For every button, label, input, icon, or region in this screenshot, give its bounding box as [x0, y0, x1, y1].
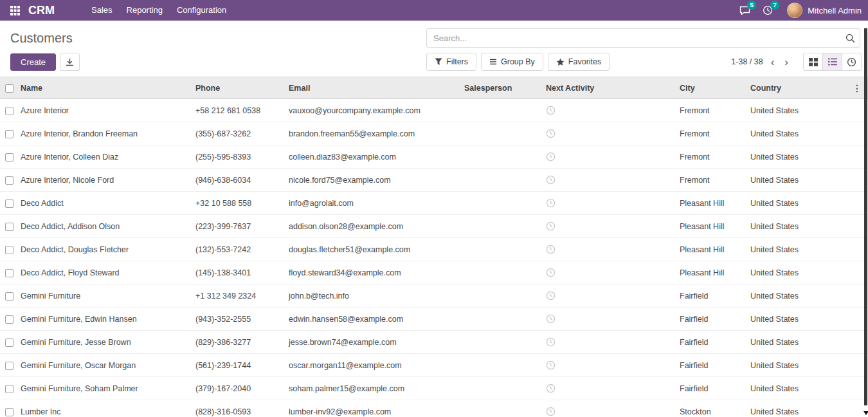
row-checkbox[interactable] [5, 269, 14, 277]
table-row[interactable]: Deco Addict +32 10 588 558 info@agrolait… [0, 192, 868, 215]
cell-email: addison.olson28@example.com [286, 215, 462, 238]
table-row[interactable]: Azure Interior +58 212 681 0538 vauxoo@y… [0, 99, 868, 122]
search-icon[interactable] [840, 29, 860, 47]
select-all-checkbox[interactable] [5, 84, 14, 93]
table-row[interactable]: Gemini Furniture, Edwin Hansen (943)-352… [0, 308, 868, 331]
search-input[interactable] [427, 33, 840, 43]
cell-country: United States [748, 122, 817, 145]
menu-sales[interactable]: Sales [84, 0, 120, 21]
customers-table: Name Phone Email Salesperson Next Activi… [0, 77, 868, 417]
row-checkbox[interactable] [5, 107, 14, 115]
table-row[interactable]: Azure Interior, Colleen Diaz (255)-595-8… [0, 145, 868, 169]
cell-trailing-blank [817, 331, 868, 354]
row-checkbox[interactable] [5, 153, 14, 162]
row-checkbox[interactable] [5, 362, 14, 370]
filters-button[interactable]: Filters [426, 53, 476, 71]
scrollbar-down-arrow[interactable] [863, 411, 868, 415]
table-row[interactable]: Gemini Furniture, Jesse Brown (829)-386-… [0, 331, 868, 354]
cell-name: Azure Interior, Colleen Diaz [18, 145, 193, 169]
cell-next-activity [543, 122, 677, 145]
next-activity-clock-icon[interactable] [546, 314, 556, 323]
next-activity-clock-icon[interactable] [546, 291, 556, 300]
cell-city: Fremont [677, 169, 748, 192]
row-checkbox[interactable] [5, 130, 14, 138]
app-name[interactable]: CRM [28, 4, 55, 17]
next-activity-clock-icon[interactable] [546, 337, 556, 346]
next-activity-clock-icon[interactable] [546, 268, 556, 277]
cell-country: United States [748, 192, 817, 215]
row-checkbox[interactable] [5, 338, 14, 347]
next-activity-clock-icon[interactable] [546, 384, 556, 393]
cell-city: Fairfield [677, 308, 748, 331]
table-row[interactable]: Deco Addict, Douglas Fletcher (132)-553-… [0, 238, 868, 261]
scrollbar-thumb[interactable] [864, 28, 867, 405]
table-row[interactable]: Gemini Furniture, Soham Palmer (379)-167… [0, 377, 868, 400]
cell-next-activity [543, 284, 677, 308]
next-activity-clock-icon[interactable] [546, 106, 556, 115]
cell-email: vauxoo@yourcompany.example.com [286, 99, 462, 122]
table-row[interactable]: Deco Addict, Addison Olson (223)-399-763… [0, 215, 868, 238]
row-checkbox[interactable] [5, 292, 14, 301]
column-header-name[interactable]: Name [18, 77, 193, 99]
view-switcher [803, 53, 862, 71]
next-activity-clock-icon[interactable] [546, 360, 556, 369]
row-checkbox[interactable] [5, 246, 14, 254]
pager-range[interactable]: 1-38 / 38 [731, 57, 763, 66]
row-checkbox[interactable] [5, 199, 14, 208]
next-activity-clock-icon[interactable] [546, 245, 556, 254]
row-checkbox[interactable] [5, 223, 14, 231]
cell-salesperson [462, 192, 543, 215]
kanban-view-button[interactable] [803, 53, 823, 71]
favorites-button[interactable]: Favorites [548, 53, 610, 71]
table-row[interactable]: Azure Interior, Nicole Ford (946)-638-60… [0, 169, 868, 192]
menu-configuration[interactable]: Configuration [170, 0, 233, 21]
cell-salesperson [462, 261, 543, 284]
table-row[interactable]: Gemini Furniture +1 312 349 2324 john.b@… [0, 284, 868, 308]
pager-next-button[interactable]: › [779, 57, 793, 68]
cell-salesperson [462, 400, 543, 417]
cell-country: United States [748, 145, 817, 169]
vertical-scrollbar[interactable] [863, 23, 868, 417]
export-button[interactable] [60, 53, 80, 71]
cell-phone: +32 10 588 558 [193, 192, 286, 215]
cell-email: colleen.diaz83@example.com [286, 145, 462, 169]
optional-columns-toggle[interactable]: ⋮ [817, 77, 868, 99]
column-header-next-activity[interactable]: Next Activity [543, 77, 677, 99]
row-checkbox[interactable] [5, 315, 14, 324]
activities-button[interactable]: 7 [760, 3, 775, 18]
row-checkbox[interactable] [5, 408, 14, 416]
next-activity-clock-icon[interactable] [546, 407, 556, 416]
next-activity-clock-icon[interactable] [546, 198, 556, 207]
cell-email: brandon.freeman55@example.com [286, 122, 462, 145]
messages-button[interactable]: 5 [737, 3, 752, 18]
table-row[interactable]: Deco Addict, Floyd Steward (145)-138-340… [0, 261, 868, 284]
activity-view-button[interactable] [842, 53, 862, 71]
column-header-phone[interactable]: Phone [193, 77, 286, 99]
row-checkbox[interactable] [5, 176, 14, 185]
menu-reporting[interactable]: Reporting [120, 0, 170, 21]
column-header-salesperson[interactable]: Salesperson [462, 77, 543, 99]
list-view-button[interactable] [822, 53, 842, 71]
table-row[interactable]: Azure Interior, Brandon Freeman (355)-68… [0, 122, 868, 145]
column-header-country[interactable]: Country [748, 77, 817, 99]
user-menu[interactable]: Mitchell Admin [783, 3, 862, 18]
next-activity-clock-icon[interactable] [546, 221, 556, 230]
create-button[interactable]: Create [10, 53, 56, 71]
cell-trailing-blank [817, 145, 868, 169]
apps-menu-icon[interactable] [6, 2, 23, 19]
cell-select [0, 192, 18, 215]
cell-phone: (355)-687-3262 [193, 122, 286, 145]
next-activity-clock-icon[interactable] [546, 152, 556, 161]
group-by-button[interactable]: Group By [481, 53, 543, 71]
table-row[interactable]: Gemini Furniture, Oscar Morgan (561)-239… [0, 354, 868, 377]
cell-country: United States [748, 377, 817, 400]
next-activity-clock-icon[interactable] [546, 175, 556, 184]
row-checkbox[interactable] [5, 385, 14, 393]
cell-trailing-blank [817, 377, 868, 400]
cell-select [0, 331, 18, 354]
pager-previous-button[interactable]: ‹ [766, 57, 780, 68]
table-row[interactable]: Lumber Inc (828)-316-0593 lumber-inv92@e… [0, 400, 868, 417]
next-activity-clock-icon[interactable] [546, 129, 556, 138]
column-header-city[interactable]: City [677, 77, 748, 99]
column-header-email[interactable]: Email [286, 77, 462, 99]
